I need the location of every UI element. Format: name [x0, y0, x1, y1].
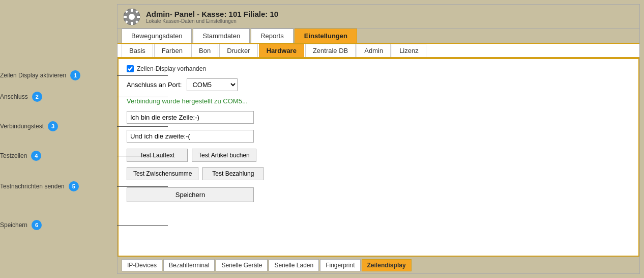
subtab-drucker[interactable]: Drucker	[219, 44, 258, 57]
svg-rect-2	[131, 9, 133, 12]
content-area: Zeilen-Display vorhanden Anschluss an Po…	[118, 58, 639, 257]
sub-tabs: Basis Farben Bon Drucker Hardware Zentra…	[118, 44, 639, 58]
testzeile2-input[interactable]	[127, 130, 254, 143]
header: Admin- Panel - Kasse: 101 Filiale: 10 Lo…	[118, 5, 639, 29]
subtab-hardware[interactable]: Hardware	[259, 44, 304, 57]
annotation-panel: Zeilen Display aktivieren 1 Anschluss 2 …	[0, 4, 117, 241]
annotation-3: Verbindungstest 3	[0, 121, 117, 131]
badge-2: 2	[32, 92, 42, 102]
test-zwischensumme-button[interactable]: Test Zwischensumme	[127, 167, 198, 180]
testzeile1-input[interactable]	[127, 111, 254, 124]
subtab-zentrale-db[interactable]: Zentrale DB	[305, 44, 356, 57]
test-bezahlung-button[interactable]: Test Bezahlung	[202, 167, 264, 180]
bottom-tab-serielle-geraete[interactable]: Serielle Geräte	[216, 259, 268, 271]
bottom-tab-zeilendisplay[interactable]: Zeilendisplay	[362, 259, 412, 271]
annotation-1: Zeilen Display aktivieren 1	[0, 70, 117, 80]
subtab-lizenz[interactable]: Lizenz	[392, 44, 426, 57]
annotation-6: Speichern 6	[0, 220, 117, 230]
connection-status: Verbindung wurde hergestellt zu COM5...	[127, 97, 248, 105]
badge-3: 3	[48, 121, 58, 131]
subtab-farben[interactable]: Farben	[154, 44, 190, 57]
badge-6: 6	[32, 220, 42, 230]
svg-rect-3	[131, 22, 133, 25]
zeilen-display-checkbox[interactable]	[127, 65, 134, 72]
annotation-4: Testzeilen 4	[0, 151, 117, 161]
app-title: Admin- Panel - Kasse: 101 Filiale: 10	[146, 10, 278, 18]
test-artikel-button[interactable]: Test Artikel buchen	[192, 149, 256, 162]
svg-rect-4	[124, 16, 127, 18]
app-subtitle: Lokale Kassen-Daten und Einstellungen	[146, 18, 278, 24]
zeilen-display-label: Zeilen-Display vorhanden	[127, 65, 218, 72]
top-tabs: Bewegungsdaten Stammdaten Reports Einste…	[118, 29, 639, 44]
speichern-row: Speichern	[127, 185, 630, 202]
port-select[interactable]: COM5 COM1 COM2 COM3 COM4 COM6	[187, 78, 238, 91]
svg-rect-5	[137, 16, 140, 18]
badge-4: 4	[31, 151, 41, 161]
tab-bewegungsdaten[interactable]: Bewegungsdaten	[122, 29, 192, 43]
test-lauftext-button[interactable]: Test Lauftext	[127, 149, 188, 162]
anschluss-label: Anschluss an Port:	[127, 81, 182, 89]
connection-status-row: Verbindung wurde hergestellt zu COM5...	[127, 97, 630, 105]
tab-einstellungen[interactable]: Einstellungen	[295, 29, 357, 43]
bottom-tab-fingerprint[interactable]: Fingerprint	[320, 259, 360, 271]
gear-icon	[123, 8, 141, 26]
annotation-5: Testnachrichten senden 5	[0, 181, 117, 191]
header-text: Admin- Panel - Kasse: 101 Filiale: 10 Lo…	[146, 10, 278, 24]
bottom-tab-bezahlterminal[interactable]: Bezahlterminal	[163, 259, 215, 271]
speichern-button[interactable]: Speichern	[127, 187, 254, 202]
annotation-2: Anschluss 2	[0, 92, 117, 102]
testzeile2-row	[127, 130, 630, 143]
badge-5: 5	[69, 181, 79, 191]
svg-point-1	[129, 14, 135, 20]
badge-1: 1	[70, 70, 80, 80]
test-buttons-row1: Test Lauftext Test Artikel buchen	[127, 149, 630, 162]
tab-reports[interactable]: Reports	[251, 29, 294, 43]
bottom-tabs: IP-Devices Bezahlterminal Serielle Gerät…	[118, 257, 639, 273]
subtab-basis[interactable]: Basis	[122, 44, 153, 57]
subtab-admin[interactable]: Admin	[357, 44, 391, 57]
subtab-bon[interactable]: Bon	[191, 44, 218, 57]
anschluss-row: Anschluss an Port: COM5 COM1 COM2 COM3 C…	[127, 78, 630, 91]
tab-stammdaten[interactable]: Stammdaten	[193, 29, 250, 43]
testzeile1-row	[127, 111, 630, 124]
main-panel: Admin- Panel - Kasse: 101 Filiale: 10 Lo…	[117, 4, 640, 274]
bottom-tab-ip-devices[interactable]: IP-Devices	[122, 259, 162, 271]
test-buttons-row2: Test Zwischensumme Test Bezahlung	[127, 167, 630, 180]
zeilen-display-row: Zeilen-Display vorhanden	[127, 65, 630, 72]
bottom-tab-serielle-laden[interactable]: Serielle Laden	[269, 259, 319, 271]
